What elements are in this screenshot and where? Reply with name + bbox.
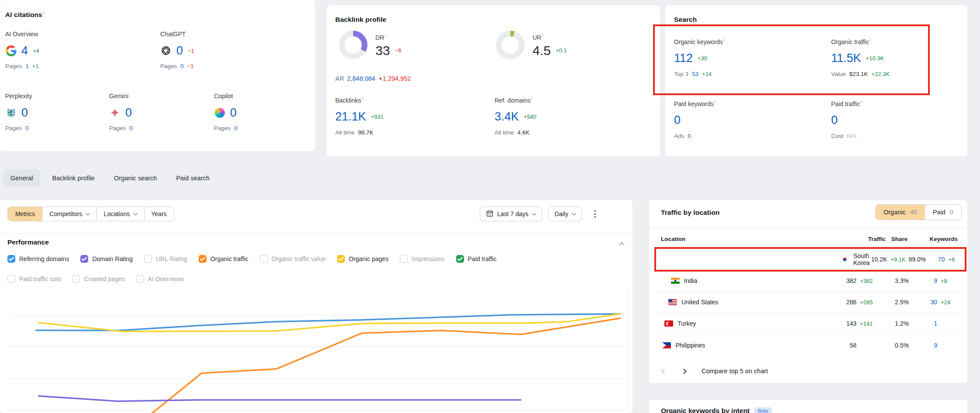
metric-checkbox[interactable]: AI Overviews [136, 275, 184, 283]
share-value: 89.0% [908, 256, 926, 263]
chevron-down-icon [532, 211, 536, 215]
metric-checkbox[interactable]: Referring domains [7, 255, 69, 263]
collapse-icon[interactable] [619, 242, 625, 248]
pages-value[interactable]: 1 [25, 63, 29, 69]
ai-source-label: Gemini [109, 93, 210, 100]
stat-block: Organic keywordsi 112 +30 Top 3 53 +14 [674, 38, 818, 77]
toggle-segment[interactable]: Organic 40 [876, 205, 925, 220]
keywords-value[interactable]: 30 [909, 299, 937, 306]
ar-value[interactable]: 2,848,084 [347, 75, 375, 82]
stat-sub-label: All time [495, 129, 514, 136]
chevron-down-icon [86, 211, 90, 215]
stat-block: Paid keywordsi 0 Ads 0 [674, 100, 818, 139]
pages-value[interactable]: 0 [129, 125, 133, 131]
table-row[interactable]: United States 286 +285 2.5% 30 +24 [655, 292, 963, 313]
stat-value[interactable]: 0 [674, 114, 681, 127]
backlink-profile-title: Backlink profile [335, 16, 386, 24]
google-icon [5, 45, 17, 56]
ai-citation-item: Perplexity 0 Pages 0 [5, 93, 106, 131]
share-value: 2.5% [887, 299, 909, 306]
stat-sub-delta: +14 [702, 71, 712, 77]
stat-delta: +10.3K [866, 55, 884, 62]
table-row[interactable]: Turkey 143 +141 1.2% 1 [655, 313, 963, 334]
traffic-delta: +382 [856, 278, 887, 284]
table-row[interactable]: South Korea 10.2K +9.1K 89.0% 70 +6 [655, 249, 963, 270]
location-table: South Korea 10.2K +9.1K 89.0% 70 +6 Indi… [655, 249, 963, 356]
citations-value[interactable]: 4 [21, 44, 28, 58]
info-icon[interactable]: i [531, 96, 532, 101]
tab[interactable]: Backlink profile [45, 169, 102, 187]
flag-tr-icon [664, 320, 673, 327]
rating-value: 4.5 [533, 43, 551, 58]
tab[interactable]: Organic search [107, 169, 164, 187]
stat-label: Ref. domains [495, 97, 530, 104]
metric-checkbox[interactable]: Organic pages [337, 255, 389, 263]
info-icon[interactable]: i [715, 100, 715, 104]
prev-page-icon[interactable] [661, 368, 667, 374]
table-row[interactable]: India 382 +382 3.3% 9 +8 [655, 270, 963, 292]
divider [0, 234, 633, 234]
metric-checkbox[interactable]: Impressions [400, 255, 444, 263]
info-icon[interactable]: i [43, 10, 44, 15]
stat-value[interactable]: 21.1K [335, 110, 366, 124]
flag-kr-icon [840, 256, 849, 262]
ahrefs-rank-row: AR 2,848,084 ▼1,294,952 [335, 75, 411, 82]
filter-button[interactable]: Competitors [42, 207, 96, 221]
keywords-value[interactable]: 1 [909, 320, 937, 327]
column-keywords: Keywords [908, 236, 962, 242]
keywords-delta: +8 [937, 278, 963, 284]
stat-value[interactable]: 11.5K [831, 52, 861, 65]
checkbox-icon [456, 255, 464, 263]
traffic-value: 286 [830, 299, 856, 306]
info-icon[interactable]: i [542, 33, 543, 38]
tab[interactable]: Paid search [169, 169, 217, 187]
rating-delta: −6 [395, 47, 401, 54]
filter-button[interactable]: Locations [96, 207, 144, 221]
tab[interactable]: General [3, 169, 40, 187]
filter-button[interactable]: Years [144, 207, 174, 221]
ai-citation-item: Gemini 0 Pages 0 [109, 93, 210, 131]
pages-value[interactable]: 0 [25, 125, 29, 131]
metric-checkbox-label: Paid traffic cost [19, 275, 61, 282]
citations-value[interactable]: 0 [176, 44, 183, 58]
citations-value[interactable]: 0 [21, 106, 28, 120]
info-icon[interactable]: i [870, 38, 871, 42]
stat-value[interactable]: 112 [674, 52, 693, 65]
date-range-button[interactable]: Last 7 days [480, 206, 542, 221]
granularity-button[interactable]: Daily [548, 206, 582, 221]
metric-checkbox[interactable]: Paid traffic [456, 255, 497, 263]
toggle-segment[interactable]: Paid 0 [925, 205, 961, 220]
more-options-icon[interactable] [591, 207, 598, 220]
keywords-value[interactable]: 9 [909, 277, 937, 284]
metric-checkbox[interactable]: Organic traffic [199, 255, 248, 263]
metric-checkbox-label: Organic traffic [210, 255, 248, 262]
metric-checkbox[interactable]: Organic traffic value [260, 255, 326, 263]
pages-value[interactable]: 0 [180, 63, 184, 69]
info-icon[interactable]: i [724, 38, 725, 42]
table-row[interactable]: Philippines 58 0.5% 9 [655, 334, 963, 356]
filter-button[interactable]: Metrics [8, 207, 42, 221]
metric-checkbox[interactable]: Crawled pages [72, 275, 124, 283]
compare-top5-link[interactable]: Compare top 5 on chart [701, 368, 768, 375]
info-icon[interactable]: i [362, 96, 363, 101]
pages-value[interactable]: 0 [234, 125, 237, 131]
metric-checkbox[interactable]: Domain Rating [80, 255, 133, 263]
metric-checkbox[interactable]: URL Rating [144, 255, 187, 263]
filter-button-group: Metrics Competitors Locations Years [7, 206, 174, 221]
keywords-value[interactable]: 9 [909, 342, 937, 349]
info-icon[interactable]: i [861, 100, 862, 104]
info-icon[interactable]: i [385, 33, 386, 38]
rating-delta: +0.1 [556, 47, 567, 54]
column-traffic: Traffic [829, 236, 886, 242]
metric-checkbox-label: URL Rating [156, 255, 187, 262]
metric-checkbox[interactable]: Paid traffic cost [7, 275, 61, 283]
checkbox-icon [400, 255, 408, 263]
citations-value[interactable]: 0 [125, 106, 132, 120]
next-page-icon[interactable] [681, 368, 687, 374]
stat-value[interactable]: 0 [831, 114, 838, 127]
stat-value[interactable]: 3.4K [495, 110, 519, 124]
citations-value[interactable]: 0 [230, 106, 237, 120]
keywords-value[interactable]: 70 [926, 256, 945, 263]
keywords-by-intent-panel: Organic keywords by intent Beta [649, 400, 967, 413]
metric-checkbox-label: AI Overviews [148, 275, 184, 282]
